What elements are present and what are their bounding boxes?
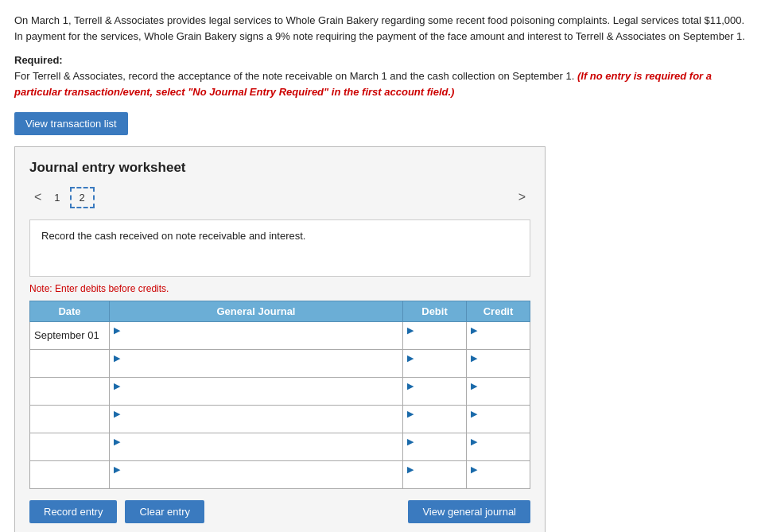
cell-arrow-credit-icon: ▶ [471,325,477,336]
table-row: ▶▶▶ [30,349,530,377]
cell-debit-5[interactable]: ▶ [403,460,467,488]
worksheet-container: Journal entry worksheet < 1 2 > Record t… [14,146,546,532]
cell-arrow-icon: ▶ [114,325,120,336]
required-section: Required: For Terrell & Associates, reco… [14,54,751,100]
required-plain: For Terrell & Associates, record the acc… [14,70,574,82]
cell-arrow-debit-icon: ▶ [407,464,414,475]
input-date-1[interactable] [34,357,105,369]
input-credit-3[interactable] [471,419,526,431]
record-entry-button[interactable]: Record entry [29,500,117,523]
cell-arrow-debit-icon: ▶ [407,325,414,336]
view-transaction-button[interactable]: View transaction list [14,112,128,135]
cell-arrow-icon: ▶ [114,464,120,475]
cell-credit-2[interactable]: ▶ [467,377,530,405]
input-date-2[interactable] [34,385,105,397]
cell-arrow-debit-icon: ▶ [407,437,414,447]
table-row: September 01▶▶▶ [30,321,530,349]
cell-debit-2[interactable]: ▶ [403,377,467,405]
input-credit-2[interactable] [471,391,526,403]
cell-date-5[interactable] [30,460,110,488]
journal-table: Date General Journal Debit Credit Septem… [29,301,530,489]
cell-date-2[interactable] [30,377,110,405]
col-header-journal: General Journal [110,301,403,321]
input-journal-2[interactable] [114,391,398,403]
cell-date-3[interactable] [30,405,110,433]
cell-arrow-icon: ▶ [114,437,120,447]
input-credit-5[interactable] [471,475,526,487]
description-box: Record the cash received on note receiva… [29,219,530,277]
cell-journal-5[interactable]: ▶ [110,460,403,488]
cell-journal-2[interactable]: ▶ [110,377,403,405]
input-journal-3[interactable] [114,419,398,431]
tab-1[interactable]: 1 [46,188,68,207]
cell-debit-3[interactable]: ▶ [403,405,467,433]
cell-arrow-credit-icon: ▶ [471,353,477,363]
cell-arrow-credit-icon: ▶ [471,464,477,475]
input-credit-4[interactable] [471,447,526,459]
cell-journal-1[interactable]: ▶ [110,349,403,377]
input-debit-4[interactable] [407,447,462,459]
cell-arrow-credit-icon: ▶ [471,437,477,447]
input-debit-3[interactable] [407,419,462,431]
description-text: Record the cash received on note receiva… [41,230,305,242]
input-debit-1[interactable] [407,363,462,375]
cell-date-4[interactable] [30,433,110,460]
tab-row: < 1 2 > [29,187,530,208]
col-header-date: Date [30,301,110,321]
input-journal-1[interactable] [114,363,398,375]
cell-arrow-icon: ▶ [114,353,120,363]
input-date-5[interactable] [34,468,105,480]
clear-entry-button[interactable]: Clear entry [125,500,204,523]
input-journal-0[interactable] [114,336,398,348]
table-row: ▶▶▶ [30,405,530,433]
table-row: ▶▶▶ [30,433,530,460]
cell-debit-4[interactable]: ▶ [403,433,467,460]
col-header-debit: Debit [403,301,467,321]
table-row: ▶▶▶ [30,460,530,488]
input-debit-0[interactable] [407,336,462,348]
cell-arrow-debit-icon: ▶ [407,409,414,419]
cell-date-0: September 01 [30,321,110,349]
cell-credit-1[interactable]: ▶ [467,349,530,377]
cell-credit-5[interactable]: ▶ [467,460,530,488]
input-journal-4[interactable] [114,447,398,459]
cell-journal-0[interactable]: ▶ [110,321,403,349]
cell-credit-3[interactable]: ▶ [467,405,530,433]
cell-arrow-icon: ▶ [114,409,120,419]
tab-right-arrow[interactable]: > [514,188,530,206]
button-row: Record entry Clear entry View general jo… [29,500,530,523]
cell-arrow-credit-icon: ▶ [471,409,477,419]
input-credit-1[interactable] [471,363,526,375]
tab-2[interactable]: 2 [70,187,95,208]
intro-paragraph1: On March 1, Terrell & Associates provide… [14,13,751,45]
cell-credit-4[interactable]: ▶ [467,433,530,460]
cell-journal-4[interactable]: ▶ [110,433,403,460]
worksheet-title: Journal entry worksheet [29,160,530,176]
cell-debit-0[interactable]: ▶ [403,321,467,349]
input-journal-5[interactable] [114,475,398,487]
cell-debit-1[interactable]: ▶ [403,349,467,377]
tab-left-arrow[interactable]: < [29,188,46,206]
required-text: For Terrell & Associates, record the acc… [14,68,751,100]
input-date-4[interactable] [34,441,105,452]
view-general-journal-button[interactable]: View general journal [408,500,530,523]
input-debit-2[interactable] [407,391,462,403]
cell-arrow-debit-icon: ▶ [407,353,414,363]
cell-journal-3[interactable]: ▶ [110,405,403,433]
note-text: Note: Enter debits before credits. [29,283,530,294]
cell-arrow-icon: ▶ [114,381,120,391]
input-credit-0[interactable] [471,336,526,348]
table-row: ▶▶▶ [30,377,530,405]
input-debit-5[interactable] [407,475,462,487]
col-header-credit: Credit [467,301,530,321]
required-label: Required: [14,54,751,66]
input-date-3[interactable] [34,413,105,425]
cell-arrow-debit-icon: ▶ [407,381,414,391]
cell-arrow-credit-icon: ▶ [471,381,477,391]
cell-date-1[interactable] [30,349,110,377]
cell-credit-0[interactable]: ▶ [467,321,530,349]
